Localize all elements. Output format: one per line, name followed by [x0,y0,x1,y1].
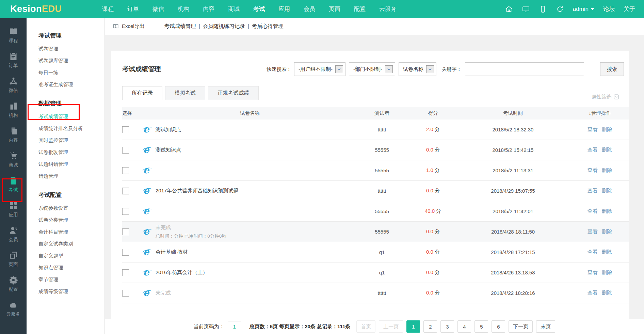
toolbar-link-0[interactable]: 考试成绩管理 [164,23,196,29]
submenu-item[interactable]: 试题纠错管理 [38,158,104,170]
view-link[interactable]: 查看 [587,290,598,296]
topnav-mall[interactable]: 商城 [228,5,240,13]
tab-0[interactable]: 所有记录 [122,86,162,100]
sidebar-module-mall[interactable]: 商城 [0,147,27,172]
delete-link[interactable]: 删除 [602,167,612,173]
topnav-members[interactable]: 会员 [304,5,315,13]
topnav-content[interactable]: 内容 [203,5,214,13]
page-button-下一页[interactable]: 下一页 [509,320,533,333]
row-checkbox[interactable] [122,188,129,194]
paper-name[interactable]: 2017年公共营养师基础知识预测试题 [156,188,238,194]
delete-link[interactable]: 删除 [602,188,612,193]
paper-name[interactable]: 未完成 [156,224,226,231]
mobile-icon[interactable] [539,5,547,13]
submenu-item[interactable]: 错题管理 [38,170,104,182]
submenu-item[interactable]: 自定义题型 [38,250,104,262]
refresh-icon[interactable] [556,5,564,13]
page-button-1[interactable]: 1 [406,320,420,333]
admin-user-dropdown[interactable]: admin [573,6,594,13]
tab-1[interactable]: 模拟考试 [165,86,205,100]
delete-link[interactable]: 删除 [602,208,612,214]
delete-link[interactable]: 删除 [602,269,612,275]
row-checkbox[interactable] [122,147,129,154]
page-button-3[interactable]: 3 [440,320,454,333]
page-button-6[interactable]: 6 [492,320,505,333]
topnav-exam[interactable]: 考试 [253,5,265,13]
sidebar-module-apps[interactable]: 应用 [0,197,27,222]
row-checkbox[interactable] [122,290,129,297]
topnav-orders[interactable]: 订单 [127,5,139,13]
sidebar-module-config[interactable]: 配置 [0,271,27,296]
topnav-wechat[interactable]: 微信 [152,5,164,13]
topnav-org[interactable]: 机构 [178,5,189,13]
search-button[interactable]: 搜索 [600,62,624,76]
paper-name[interactable]: 测试知识点 [156,147,181,153]
submenu-item[interactable]: 考试成绩管理 [38,111,104,123]
delete-link[interactable]: 删除 [602,147,612,153]
filter-select-2[interactable]: 试卷名称 [399,62,436,76]
monitor-icon[interactable] [522,5,530,13]
topnav-cloud[interactable]: 云服务 [379,5,397,13]
submenu-item[interactable]: 试卷批改管理 [38,146,104,158]
delete-link[interactable]: 删除 [602,126,612,132]
attribute-filter-toggle[interactable]: 属性筛选 [592,94,624,100]
sidebar-module-orders[interactable]: 订单 [0,48,27,73]
view-link[interactable]: 查看 [587,269,598,275]
delete-link[interactable]: 删除 [602,249,612,255]
topnav-courses[interactable]: 课程 [102,5,114,13]
topnav-config[interactable]: 配置 [354,5,366,13]
submenu-item[interactable]: 自定义试卷类别 [38,238,104,250]
sidebar-module-cloudsvc[interactable]: 云服务 [0,296,27,321]
view-link[interactable]: 查看 [587,208,598,214]
page-button-5[interactable]: 5 [474,320,488,333]
tab-2[interactable]: 正规考试成绩 [208,86,259,100]
row-checkbox[interactable] [122,269,129,276]
view-link[interactable]: 查看 [587,126,598,132]
excel-export-button[interactable]: Excel导出 [112,23,145,30]
about-link[interactable]: 关于 [624,5,635,13]
sidebar-module-members[interactable]: 会员 [0,222,27,246]
paper-name[interactable]: 2016年仿真会计（上） [156,269,208,276]
sidebar-module-org[interactable]: 机构 [0,97,27,122]
view-link[interactable]: 查看 [587,147,598,153]
submenu-item[interactable]: 试卷分类管理 [38,214,104,226]
view-link[interactable]: 查看 [587,167,598,173]
page-button-末页[interactable]: 末页 [536,320,555,333]
row-checkbox[interactable] [122,208,129,215]
submenu-item[interactable]: 章节管理 [38,274,104,286]
submenu-item[interactable]: 成绩统计排名及分析 [38,123,104,134]
submenu-item[interactable]: 试卷管理 [38,43,104,55]
page-button-4[interactable]: 4 [457,320,471,333]
topnav-apps[interactable]: 应用 [278,5,290,13]
submenu-item[interactable]: 系统参数设置 [38,202,104,214]
sidebar-module-pages[interactable]: 页面 [0,246,27,271]
view-link[interactable]: 查看 [587,249,598,255]
sidebar-module-content[interactable]: 内容 [0,122,27,147]
submenu-item[interactable]: 试卷题库管理 [38,55,104,67]
view-link[interactable]: 查看 [587,228,598,234]
filter-select-1[interactable]: -部门不限制- [349,62,395,76]
row-checkbox[interactable] [122,126,129,133]
brand-logo[interactable]: KesionEDU [0,4,102,14]
row-checkbox[interactable] [122,249,129,256]
home-icon[interactable] [505,5,513,13]
toolbar-link-2[interactable]: 考后心得管理 [252,23,284,29]
current-page-input[interactable] [228,321,241,332]
paper-name[interactable]: 未完成 [156,290,171,296]
row-checkbox[interactable] [122,228,129,235]
sidebar-module-courses[interactable]: 课程 [0,23,27,48]
submenu-item[interactable]: 会计科目管理 [38,226,104,238]
submenu-item[interactable]: 成绩等级管理 [38,286,104,298]
filter-select-0[interactable]: -用户组不限制- [294,62,345,76]
view-link[interactable]: 查看 [587,188,598,193]
row-checkbox[interactable] [122,167,129,174]
submenu-item[interactable]: 准考证生成管理 [38,79,104,91]
submenu-item[interactable]: 每日一练 [38,67,104,79]
delete-link[interactable]: 删除 [602,228,612,234]
sidebar-module-wechat[interactable]: 微信 [0,73,27,97]
sidebar-module-exam[interactable]: 考试 [0,172,27,197]
paper-name[interactable]: 测试知识点 [156,126,181,133]
submenu-item[interactable]: 知识点管理 [38,262,104,274]
paper-name[interactable]: 会计基础 教材 [156,249,188,255]
page-button-2[interactable]: 2 [423,320,437,333]
